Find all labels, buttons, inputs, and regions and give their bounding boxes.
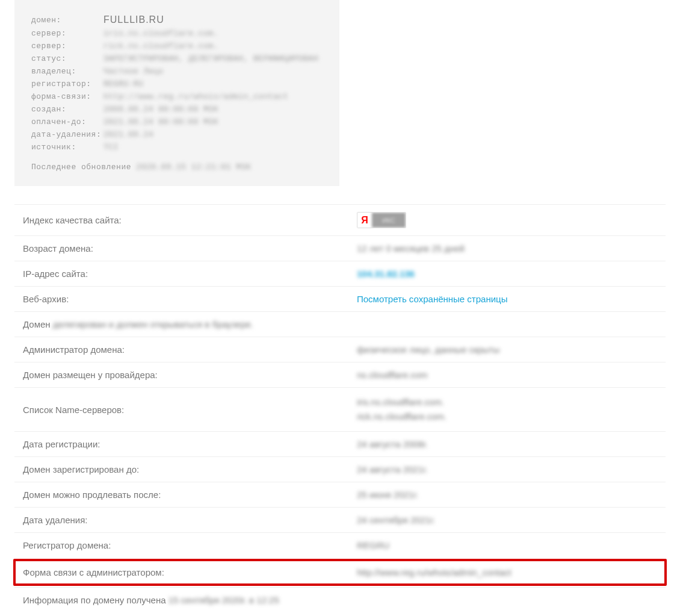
label-reg-date: Дата регистрации:: [23, 439, 357, 449]
label-registrar: Регистратор домена:: [23, 540, 357, 550]
label-admin-contact-form: Форма связи с администратором:: [23, 567, 357, 577]
label-nameservers: Список Name-серверов:: [23, 405, 357, 415]
whois-row-server1: сервер: iris.ns.cloudflare.com.: [31, 29, 323, 38]
value-domain-admin: физическое лицо, данные скрыты: [357, 344, 499, 355]
info-received-value: 15 сентября 2020г. в 12:25: [168, 595, 279, 605]
whois-value: FULLLIB.RU: [104, 14, 164, 25]
row-domain-age: Возраст домена: 12 лет 0 месяцев 25 дней: [14, 235, 666, 261]
whois-label: форма-связи:: [31, 92, 104, 101]
row-admin-contact-form: Форма связи с администратором: http://ww…: [13, 559, 667, 586]
value-reg-date: 24 августа 2008г.: [357, 439, 428, 449]
whois-panel: домен: FULLLIB.RU сервер: iris.ns.cloudf…: [14, 0, 339, 186]
label-reg-until: Домен зарегистрирован до:: [23, 464, 357, 474]
web-archive-anchor[interactable]: Посмотреть сохранённые страницы: [357, 294, 507, 304]
value-renew-after: 25 июня 2021г.: [357, 490, 418, 500]
ns-1: iris.ns.cloudflare.com.: [357, 397, 444, 407]
whois-row-server2: сервер: rick.ns.cloudflare.com.: [31, 42, 323, 51]
whois-label: владелец:: [31, 67, 104, 76]
whois-label: домен:: [31, 16, 104, 25]
yandex-logo-icon: Я: [357, 213, 372, 228]
whois-value: 2021.08.24 00:00:00 MSK: [104, 117, 218, 126]
whois-row-paid-till: оплачен-до: 2021.08.24 00:00:00 MSK: [31, 117, 323, 126]
label-provider: Домен размещен у провайдера:: [23, 370, 357, 380]
label-ip-address: IP-адрес сайта:: [23, 269, 357, 279]
row-web-archive: Веб-архив: Посмотреть сохранённые страни…: [14, 286, 666, 311]
row-registrar: Регистратор домена: REGRU: [14, 532, 666, 558]
whois-footer-prefix: Последнее обновление: [31, 163, 136, 172]
value-nameservers: iris.ns.cloudflare.com. rick.ns.cloudfla…: [357, 395, 447, 424]
link-web-archive[interactable]: Посмотреть сохранённые страницы: [357, 294, 507, 304]
whois-value: 2021.09.24: [104, 130, 153, 139]
row-nameservers: Список Name-серверов: iris.ns.cloudflare…: [14, 387, 666, 431]
row-info-received: Информация по домену получена 15 сентябр…: [14, 587, 666, 612]
value-provider: ns.cloudflare.com: [357, 370, 428, 380]
label-domain-admin: Администратор домена:: [23, 344, 357, 355]
whois-value: 2008.08.24 00:00:00 MSK: [104, 105, 218, 114]
row-domain-admin: Администратор домена: физическое лицо, д…: [14, 337, 666, 362]
whois-last-update: Последнее обновление 2020.09.15 12:21:01…: [31, 163, 323, 172]
whois-label: сервер:: [31, 42, 104, 51]
domain-info-table: Индекс качества сайта: Я ИКС Возраст дом…: [14, 204, 666, 612]
whois-row-domain: домен: FULLLIB.RU: [31, 14, 323, 25]
row-domain-status-line: Домен делегирован и должен открываться в…: [14, 311, 666, 337]
whois-value: REGRU-RU: [104, 79, 143, 89]
row-reg-date: Дата регистрации: 24 августа 2008г.: [14, 431, 666, 456]
whois-row-source: источник: TCI: [31, 143, 323, 152]
row-delete-date: Дата удаления: 24 сентября 2021г.: [14, 507, 666, 532]
value-reg-until: 24 августа 2021г.: [357, 464, 428, 474]
domain-line-prefix: Домен: [23, 319, 53, 329]
yandex-quality-badge[interactable]: Я ИКС: [357, 212, 406, 228]
whois-label: оплачен-до:: [31, 117, 104, 126]
label-renew-after: Домен можно продлевать после:: [23, 490, 357, 500]
value-domain-age: 12 лет 0 месяцев 25 дней: [357, 243, 465, 254]
whois-row-contact-form: форма-связи: http://www.reg.ru/whois/adm…: [31, 92, 323, 101]
whois-value: http://www.reg.ru/whois/admin_contact: [104, 92, 288, 101]
domain-line-blur: делегирован и должен открываться в брауз…: [53, 319, 253, 329]
value-registrar: REGRU: [357, 540, 389, 550]
row-reg-until: Домен зарегистрирован до: 24 августа 202…: [14, 456, 666, 482]
whois-label: дата-удаления:: [31, 130, 104, 139]
whois-row-status: статус: ЗАРЕГИСТРИРОВАН, ДЕЛЕГИРОВАН, ВЕ…: [31, 54, 323, 63]
ns-2: rick.ns.cloudflare.com.: [357, 411, 447, 422]
label-delete-date: Дата удаления:: [23, 515, 357, 525]
value-admin-contact-form[interactable]: http://www.reg.ru/whois/admin_contact: [357, 567, 512, 577]
whois-label: создан:: [31, 105, 104, 114]
whois-label: сервер:: [31, 29, 104, 38]
value-delete-date: 24 сентября 2021г.: [357, 515, 435, 525]
label-domain-age: Возраст домена:: [23, 243, 357, 254]
whois-label: статус:: [31, 54, 104, 63]
whois-value: iris.ns.cloudflare.com.: [104, 29, 218, 38]
whois-row-created: создан: 2008.08.24 00:00:00 MSK: [31, 105, 323, 114]
whois-label: регистратор:: [31, 79, 104, 89]
whois-value: TCI: [104, 143, 119, 152]
whois-value: Частное Лицо: [104, 67, 164, 76]
value-ip-address[interactable]: 104.31.82.136: [357, 269, 415, 279]
row-ip-address: IP-адрес сайта: 104.31.82.136: [14, 261, 666, 286]
whois-footer-value: 2020.09.15 12:21:01 MSK: [136, 163, 251, 172]
row-provider: Домен размещен у провайдера: ns.cloudfla…: [14, 362, 666, 387]
whois-row-registrar: регистратор: REGRU-RU: [31, 79, 323, 89]
whois-value: ЗАРЕГИСТРИРОВАН, ДЕЛЕГИРОВАН, ВЕРИФИЦИРО…: [104, 54, 318, 63]
row-renew-after: Домен можно продлевать после: 25 июня 20…: [14, 482, 666, 507]
info-received-prefix: Информация по домену получена: [23, 595, 168, 605]
yandex-badge-rest: ИКС: [372, 213, 406, 228]
whois-row-delete-date: дата-удаления: 2021.09.24: [31, 130, 323, 139]
whois-label: источник:: [31, 143, 104, 152]
label-quality: Индекс качества сайта:: [23, 215, 357, 225]
whois-row-owner: владелец: Частное Лицо: [31, 67, 323, 76]
row-quality: Индекс качества сайта: Я ИКС: [14, 204, 666, 235]
whois-value: rick.ns.cloudflare.com.: [104, 42, 218, 51]
label-web-archive: Веб-архив:: [23, 294, 357, 304]
